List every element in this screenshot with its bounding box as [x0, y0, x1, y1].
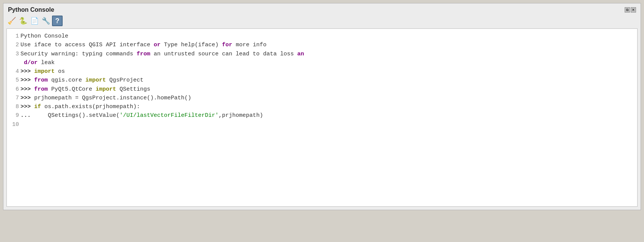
console-line-3b: d/or leak [7, 58, 637, 67]
toolbar: 🧹 🐍 📄 🔧 ? [3, 15, 641, 28]
console-line-5: 5 >>> from qgis.core import QgsProject [7, 76, 637, 85]
console-line-8: 8 >>> if os.path.exists(prjhomepath): [7, 102, 637, 111]
close-button[interactable]: ✕ [631, 7, 636, 13]
window-title: Python Console [8, 6, 54, 13]
console-line-3: 3 Security warning: typing commands from… [7, 50, 637, 58]
console-line-10: 10 [7, 120, 637, 129]
title-bar: Python Console ⧉ ✕ [3, 3, 641, 15]
help-button[interactable]: ? [52, 16, 63, 26]
console-line-6: 6 >>> from PyQt5.QtCore import QSettings [7, 85, 637, 94]
show-editor-button[interactable]: 📄 [29, 16, 40, 26]
run-button[interactable]: 🐍 [18, 16, 28, 26]
console-line-4: 4 >>> import os [7, 67, 637, 76]
restore-button[interactable]: ⧉ [625, 7, 630, 13]
console-output[interactable]: 1 Python Console 2 Use iface to access Q… [6, 28, 638, 207]
clear-console-button[interactable]: 🧹 [6, 16, 17, 26]
console-line-1: 1 Python Console [7, 32, 637, 41]
console-line-7: 7 >>> prjhomepath = QgsProject.instance(… [7, 94, 637, 102]
settings-button[interactable]: 🔧 [41, 16, 51, 26]
window-controls: ⧉ ✕ [625, 7, 636, 13]
console-line-2: 2 Use iface to access QGIS API interface… [7, 41, 637, 49]
console-line-9: 9 ... QSettings().setValue('/UI/lastVect… [7, 111, 637, 120]
python-console-window: Python Console ⧉ ✕ 🧹 🐍 📄 🔧 ? 1 Python Co… [3, 3, 641, 210]
